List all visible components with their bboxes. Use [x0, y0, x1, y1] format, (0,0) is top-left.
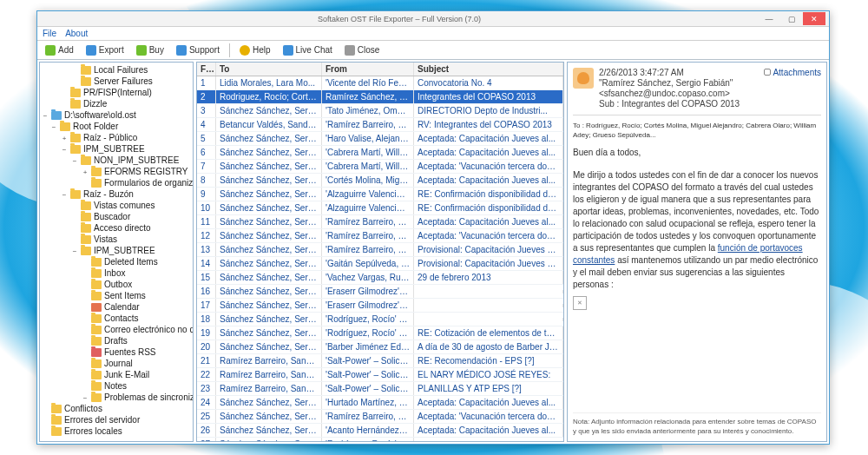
tree-item[interactable]: Buscador — [40, 211, 193, 222]
expand-toggle[interactable] — [71, 236, 78, 243]
tree-item[interactable]: Local Failures — [40, 64, 193, 76]
attachments-link[interactable]: Attachments — [764, 68, 821, 109]
tree-item[interactable]: −Problemas de sincroniz... — [40, 392, 193, 403]
message-row[interactable]: 25Sánchez Sánchez, Sergio F...'Ramírez B… — [197, 410, 563, 424]
livechat-button[interactable]: Live Chat — [280, 44, 335, 56]
menu-about[interactable]: About — [65, 29, 88, 38]
add-button[interactable]: Add — [43, 44, 76, 56]
tree-item[interactable]: Journal — [40, 358, 193, 369]
expand-toggle[interactable] — [82, 270, 89, 277]
tree-item[interactable]: Vistas — [40, 234, 193, 245]
folder-tree[interactable]: Local FailuresServer FailuresPR/FISP(Int… — [39, 62, 194, 442]
tree-item[interactable]: −IPM_SUBTREE — [40, 143, 193, 155]
maximize-button[interactable]: ▢ — [780, 12, 803, 25]
tree-item[interactable]: Correo electrónico no dese... — [40, 324, 193, 335]
message-row[interactable]: 21Ramírez Barreiro, Sandra...'Salt-Power… — [197, 354, 563, 368]
message-row[interactable]: 3Sánchez Sánchez, Sergio F...'Tato Jimén… — [197, 104, 563, 118]
expand-toggle[interactable]: + — [82, 168, 89, 175]
tree-item[interactable]: −NON_IPM_SUBTREE — [40, 155, 193, 166]
message-row[interactable]: 14Sánchez Sánchez, Sergio F...'Gaitán Se… — [197, 257, 563, 271]
expand-toggle[interactable] — [82, 281, 89, 288]
minimize-button[interactable]: — — [758, 12, 780, 25]
message-row[interactable]: 7Sánchez Sánchez, Sergio F...'Cabrera Ma… — [197, 160, 563, 174]
message-row[interactable]: 2Rodriguez, Rocío; Corte...Ramírez Sánch… — [197, 90, 563, 104]
tree-item[interactable]: −Root Folder — [40, 121, 193, 132]
message-row[interactable]: 5Sánchez Sánchez, Sergio F...'Haro Valis… — [197, 132, 563, 146]
expand-toggle[interactable] — [71, 214, 78, 221]
col-subject[interactable]: Subject — [414, 63, 563, 76]
message-row[interactable]: 24Sánchez Sánchez, Sergio F...'Hurtado M… — [197, 396, 563, 410]
expand-toggle[interactable] — [42, 406, 49, 412]
tree-item[interactable]: Calendar — [40, 301, 193, 313]
message-row[interactable]: 15Sánchez Sánchez, Sergio F...'Vachez Va… — [197, 271, 563, 285]
tree-item[interactable]: −D:\software\old.ost — [40, 109, 193, 121]
tree-item[interactable]: Vistas comunes — [40, 200, 193, 211]
expand-toggle[interactable]: − — [71, 247, 78, 254]
tree-item[interactable]: Acceso directo — [40, 222, 193, 234]
message-row[interactable]: 22Ramírez Barreiro, Sandra...'Salt-Power… — [197, 368, 563, 382]
expand-toggle[interactable]: − — [71, 157, 78, 164]
message-row[interactable]: 20Sánchez Sánchez, Sergio F...'Barber Ji… — [197, 340, 563, 354]
help-button[interactable]: Help — [237, 44, 273, 56]
expand-toggle[interactable]: − — [50, 123, 57, 130]
expand-toggle[interactable] — [42, 428, 49, 435]
tree-item[interactable]: Junk E-Mail — [40, 369, 193, 380]
expand-toggle[interactable] — [61, 101, 68, 108]
expand-toggle[interactable] — [82, 372, 89, 379]
expand-toggle[interactable] — [61, 89, 68, 96]
expand-toggle[interactable]: + — [61, 135, 68, 142]
expand-toggle[interactable] — [71, 78, 78, 85]
message-row[interactable]: 10Sánchez Sánchez, Sergio F...'Alzaguirr… — [197, 201, 563, 215]
message-row[interactable]: 27Sánchez Sánchez, Sergio F...'Rodríguez… — [197, 438, 563, 442]
expand-toggle[interactable] — [82, 315, 89, 322]
expand-toggle[interactable]: − — [61, 191, 68, 198]
tree-item[interactable]: Deleted Items — [40, 256, 193, 267]
tree-item[interactable]: Notes — [40, 380, 193, 392]
tree-item[interactable]: Dizzle — [40, 98, 193, 109]
tree-item[interactable]: Sent Items — [40, 290, 193, 301]
message-list[interactable]: File To From Subject 1Lidia Morales, Lar… — [196, 62, 564, 442]
message-row[interactable]: 26Sánchez Sánchez, Sergio F...'Acanto He… — [197, 424, 563, 438]
close-button[interactable]: Close — [342, 44, 383, 56]
expand-toggle[interactable] — [82, 259, 89, 266]
expand-toggle[interactable] — [82, 326, 89, 333]
col-num[interactable]: File — [197, 63, 216, 76]
expand-toggle[interactable] — [71, 225, 78, 232]
tree-item[interactable]: Outbox — [40, 279, 193, 290]
col-to[interactable]: To — [216, 63, 322, 76]
message-row[interactable]: 13Sánchez Sánchez, Sergio F...'Ramírez B… — [197, 243, 563, 257]
message-row[interactable]: 16Sánchez Sánchez, Sergio F...'Eraserr G… — [197, 285, 563, 299]
message-row[interactable]: 12Sánchez Sánchez, Sergio F...'Ramírez B… — [197, 229, 563, 243]
message-row[interactable]: 17Sánchez Sánchez, Sergio F...'Eraserr G… — [197, 299, 563, 313]
tree-item[interactable]: Fuentes RSS — [40, 346, 193, 358]
message-row[interactable]: 6Sánchez Sánchez, Sergio F...'Cabrera Ma… — [197, 146, 563, 160]
expand-toggle[interactable] — [82, 180, 89, 187]
expand-toggle[interactable] — [82, 304, 89, 311]
tree-item[interactable]: Conflictos — [40, 403, 193, 414]
col-from[interactable]: From — [322, 63, 414, 76]
title-bar[interactable]: Softaken OST File Exporter – Full Versio… — [37, 11, 829, 27]
expand-toggle[interactable] — [82, 360, 89, 367]
menu-file[interactable]: File — [43, 29, 56, 38]
expand-toggle[interactable] — [82, 349, 89, 356]
message-row[interactable]: 19Sánchez Sánchez, Sergio F...'Rodríguez… — [197, 326, 563, 340]
message-row[interactable]: 4Betancur Valdés, Sandra...'Ramírez Barr… — [197, 118, 563, 132]
tree-item[interactable]: −IPM_SUBTREE — [40, 245, 193, 256]
tree-item[interactable]: +Raíz - Público — [40, 132, 193, 143]
tree-item[interactable]: Formularios de organiz... — [40, 177, 193, 188]
export-button[interactable]: Export — [83, 44, 127, 56]
tree-item[interactable]: Drafts — [40, 335, 193, 346]
expand-toggle[interactable] — [42, 417, 49, 424]
tree-item[interactable]: Errores del servidor — [40, 414, 193, 425]
message-row[interactable]: 9Sánchez Sánchez, Sergio F...'Alzaguirre… — [197, 188, 563, 201]
expand-toggle[interactable] — [71, 67, 78, 74]
expand-toggle[interactable] — [71, 202, 78, 209]
expand-toggle[interactable] — [82, 293, 89, 300]
message-row[interactable]: 8Sánchez Sánchez, Sergio F...'Cortés Mol… — [197, 174, 563, 188]
expand-toggle[interactable] — [82, 383, 89, 390]
list-header[interactable]: File To From Subject — [197, 63, 563, 76]
message-row[interactable]: 1Lidia Morales, Lara Mo...'Vicente del R… — [197, 76, 563, 90]
buy-button[interactable]: Buy — [134, 44, 167, 56]
tree-item[interactable]: −Raíz - Buzón — [40, 188, 193, 200]
tree-item[interactable]: Server Failures — [40, 76, 193, 87]
